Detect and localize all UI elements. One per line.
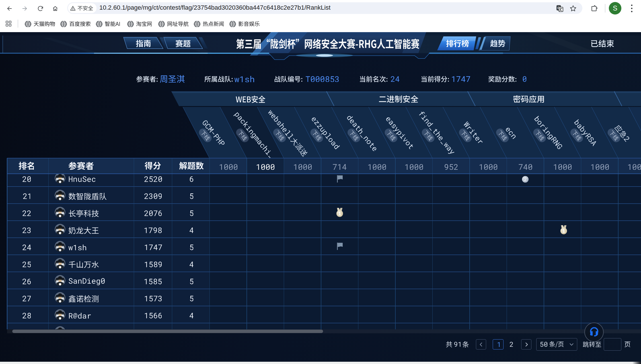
svg-text:1: 1	[338, 211, 341, 216]
svg-text:1: 1	[562, 228, 565, 234]
